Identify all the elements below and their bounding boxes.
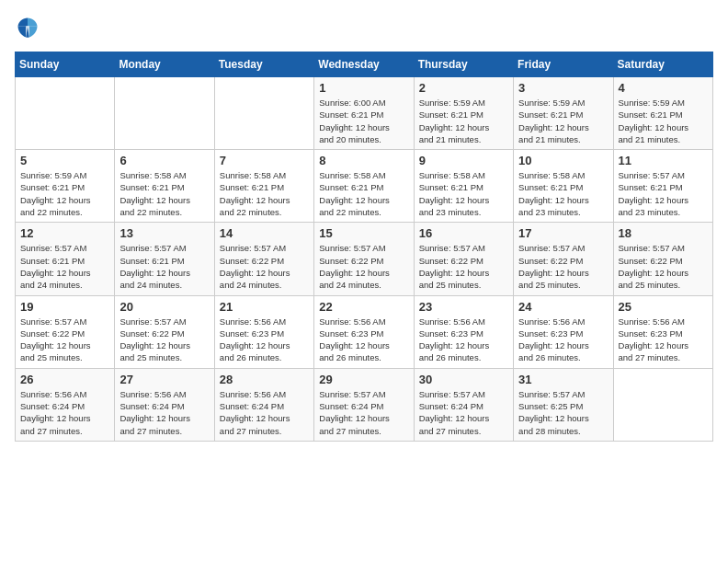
weekday-header-cell: Saturday xyxy=(613,52,712,77)
day-number: 6 xyxy=(119,154,209,167)
calendar-day-cell: 5Sunrise: 5:59 AM Sunset: 6:21 PM Daylig… xyxy=(16,150,115,223)
day-number: 13 xyxy=(119,226,209,240)
day-number: 9 xyxy=(419,154,508,167)
calendar-day-cell: 19Sunrise: 5:57 AM Sunset: 6:22 PM Dayli… xyxy=(16,295,115,368)
day-number: 31 xyxy=(518,373,608,386)
day-number: 18 xyxy=(619,226,708,240)
day-number: 27 xyxy=(119,373,209,386)
day-number: 15 xyxy=(319,226,408,240)
day-detail: Sunrise: 5:58 AM Sunset: 6:21 PM Dayligh… xyxy=(419,169,508,218)
day-number: 16 xyxy=(419,226,508,240)
calendar-day-cell: 16Sunrise: 5:57 AM Sunset: 6:22 PM Dayli… xyxy=(414,223,513,295)
day-detail: Sunrise: 5:58 AM Sunset: 6:21 PM Dayligh… xyxy=(518,169,608,218)
day-number: 4 xyxy=(619,81,708,95)
calendar-day-cell: 27Sunrise: 5:56 AM Sunset: 6:24 PM Dayli… xyxy=(115,368,214,441)
day-number: 28 xyxy=(220,373,309,386)
calendar-day-cell: 17Sunrise: 5:57 AM Sunset: 6:22 PM Dayli… xyxy=(514,223,613,295)
day-number: 1 xyxy=(319,81,408,95)
day-number: 22 xyxy=(319,300,408,314)
day-detail: Sunrise: 5:57 AM Sunset: 6:22 PM Dayligh… xyxy=(518,242,608,291)
day-detail: Sunrise: 5:59 AM Sunset: 6:21 PM Dayligh… xyxy=(619,97,708,145)
calendar-day-cell: 13Sunrise: 5:57 AM Sunset: 6:21 PM Dayli… xyxy=(115,223,214,295)
calendar-day-cell: 21Sunrise: 5:56 AM Sunset: 6:23 PM Dayli… xyxy=(214,295,313,368)
calendar-day-cell: 7Sunrise: 5:58 AM Sunset: 6:21 PM Daylig… xyxy=(214,150,313,223)
day-detail: Sunrise: 5:58 AM Sunset: 6:21 PM Dayligh… xyxy=(220,169,309,218)
calendar-day-cell: 24Sunrise: 5:56 AM Sunset: 6:23 PM Dayli… xyxy=(514,295,613,368)
day-number: 12 xyxy=(20,226,109,240)
day-detail: Sunrise: 5:56 AM Sunset: 6:23 PM Dayligh… xyxy=(220,316,309,364)
calendar-day-cell: 23Sunrise: 5:56 AM Sunset: 6:23 PM Dayli… xyxy=(414,295,513,368)
calendar-day-cell: 12Sunrise: 5:57 AM Sunset: 6:21 PM Dayli… xyxy=(16,223,115,295)
day-detail: Sunrise: 5:56 AM Sunset: 6:24 PM Dayligh… xyxy=(20,388,109,437)
day-number: 24 xyxy=(518,300,608,314)
day-detail: Sunrise: 5:57 AM Sunset: 6:21 PM Dayligh… xyxy=(119,242,209,291)
logo-icon xyxy=(15,15,40,40)
calendar-day-cell xyxy=(214,77,313,150)
calendar-table: SundayMondayTuesdayWednesdayThursdayFrid… xyxy=(15,52,713,442)
day-number: 3 xyxy=(518,81,608,95)
day-number: 25 xyxy=(619,300,708,314)
day-detail: Sunrise: 5:58 AM Sunset: 6:21 PM Dayligh… xyxy=(119,169,209,218)
day-detail: Sunrise: 5:57 AM Sunset: 6:22 PM Dayligh… xyxy=(20,316,109,364)
day-number: 8 xyxy=(319,154,408,167)
calendar-day-cell: 26Sunrise: 5:56 AM Sunset: 6:24 PM Dayli… xyxy=(16,368,115,441)
day-number: 19 xyxy=(20,300,109,314)
calendar-week-row: 12Sunrise: 5:57 AM Sunset: 6:21 PM Dayli… xyxy=(16,223,713,295)
calendar-day-cell xyxy=(613,368,712,441)
calendar-day-cell: 11Sunrise: 5:57 AM Sunset: 6:21 PM Dayli… xyxy=(613,150,712,223)
day-detail: Sunrise: 5:57 AM Sunset: 6:21 PM Dayligh… xyxy=(20,242,109,291)
day-detail: Sunrise: 5:56 AM Sunset: 6:23 PM Dayligh… xyxy=(518,316,608,364)
calendar-body: 1Sunrise: 6:00 AM Sunset: 6:21 PM Daylig… xyxy=(16,77,713,442)
weekday-header-cell: Wednesday xyxy=(314,52,414,77)
day-detail: Sunrise: 5:57 AM Sunset: 6:22 PM Dayligh… xyxy=(319,242,408,291)
day-detail: Sunrise: 5:59 AM Sunset: 6:21 PM Dayligh… xyxy=(419,97,508,145)
day-number: 20 xyxy=(119,300,209,314)
day-number: 7 xyxy=(220,154,309,167)
day-number: 5 xyxy=(20,154,109,167)
calendar-day-cell: 2Sunrise: 5:59 AM Sunset: 6:21 PM Daylig… xyxy=(414,77,513,150)
calendar-day-cell: 9Sunrise: 5:58 AM Sunset: 6:21 PM Daylig… xyxy=(414,150,513,223)
day-number: 14 xyxy=(220,226,309,240)
page-header xyxy=(15,15,713,40)
day-number: 29 xyxy=(319,373,408,386)
calendar-day-cell: 8Sunrise: 5:58 AM Sunset: 6:21 PM Daylig… xyxy=(314,150,414,223)
day-detail: Sunrise: 5:57 AM Sunset: 6:24 PM Dayligh… xyxy=(419,388,508,437)
calendar-week-row: 19Sunrise: 5:57 AM Sunset: 6:22 PM Dayli… xyxy=(16,295,713,368)
day-detail: Sunrise: 5:59 AM Sunset: 6:21 PM Dayligh… xyxy=(518,97,608,145)
day-detail: Sunrise: 5:56 AM Sunset: 6:23 PM Dayligh… xyxy=(419,316,508,364)
weekday-header-cell: Sunday xyxy=(16,52,115,77)
day-number: 21 xyxy=(220,300,309,314)
calendar-day-cell: 20Sunrise: 5:57 AM Sunset: 6:22 PM Dayli… xyxy=(115,295,214,368)
calendar-day-cell: 29Sunrise: 5:57 AM Sunset: 6:24 PM Dayli… xyxy=(314,368,414,441)
calendar-day-cell: 6Sunrise: 5:58 AM Sunset: 6:21 PM Daylig… xyxy=(115,150,214,223)
calendar-day-cell: 31Sunrise: 5:57 AM Sunset: 6:25 PM Dayli… xyxy=(514,368,613,441)
day-detail: Sunrise: 5:56 AM Sunset: 6:24 PM Dayligh… xyxy=(119,388,209,437)
day-detail: Sunrise: 5:56 AM Sunset: 6:23 PM Dayligh… xyxy=(619,316,708,364)
calendar-day-cell: 18Sunrise: 5:57 AM Sunset: 6:22 PM Dayli… xyxy=(613,223,712,295)
day-detail: Sunrise: 5:56 AM Sunset: 6:23 PM Dayligh… xyxy=(319,316,408,364)
day-number: 10 xyxy=(518,154,608,167)
calendar-day-cell: 25Sunrise: 5:56 AM Sunset: 6:23 PM Dayli… xyxy=(613,295,712,368)
logo xyxy=(15,15,44,40)
day-detail: Sunrise: 5:57 AM Sunset: 6:22 PM Dayligh… xyxy=(419,242,508,291)
calendar-day-cell: 14Sunrise: 5:57 AM Sunset: 6:22 PM Dayli… xyxy=(214,223,313,295)
day-detail: Sunrise: 5:57 AM Sunset: 6:24 PM Dayligh… xyxy=(319,388,408,437)
calendar-week-row: 26Sunrise: 5:56 AM Sunset: 6:24 PM Dayli… xyxy=(16,368,713,441)
day-number: 2 xyxy=(419,81,508,95)
calendar-day-cell xyxy=(16,77,115,150)
calendar-day-cell: 28Sunrise: 5:56 AM Sunset: 6:24 PM Dayli… xyxy=(214,368,313,441)
day-detail: Sunrise: 5:57 AM Sunset: 6:22 PM Dayligh… xyxy=(619,242,708,291)
weekday-header-cell: Tuesday xyxy=(214,52,313,77)
day-detail: Sunrise: 5:57 AM Sunset: 6:21 PM Dayligh… xyxy=(619,169,708,218)
day-detail: Sunrise: 5:59 AM Sunset: 6:21 PM Dayligh… xyxy=(20,169,109,218)
weekday-header-row: SundayMondayTuesdayWednesdayThursdayFrid… xyxy=(16,52,713,77)
calendar-week-row: 5Sunrise: 5:59 AM Sunset: 6:21 PM Daylig… xyxy=(16,150,713,223)
weekday-header-cell: Monday xyxy=(115,52,214,77)
calendar-day-cell: 15Sunrise: 5:57 AM Sunset: 6:22 PM Dayli… xyxy=(314,223,414,295)
day-detail: Sunrise: 5:58 AM Sunset: 6:21 PM Dayligh… xyxy=(319,169,408,218)
calendar-week-row: 1Sunrise: 6:00 AM Sunset: 6:21 PM Daylig… xyxy=(16,77,713,150)
day-detail: Sunrise: 5:57 AM Sunset: 6:22 PM Dayligh… xyxy=(220,242,309,291)
day-number: 23 xyxy=(419,300,508,314)
day-detail: Sunrise: 6:00 AM Sunset: 6:21 PM Dayligh… xyxy=(319,97,408,145)
weekday-header-cell: Thursday xyxy=(414,52,513,77)
